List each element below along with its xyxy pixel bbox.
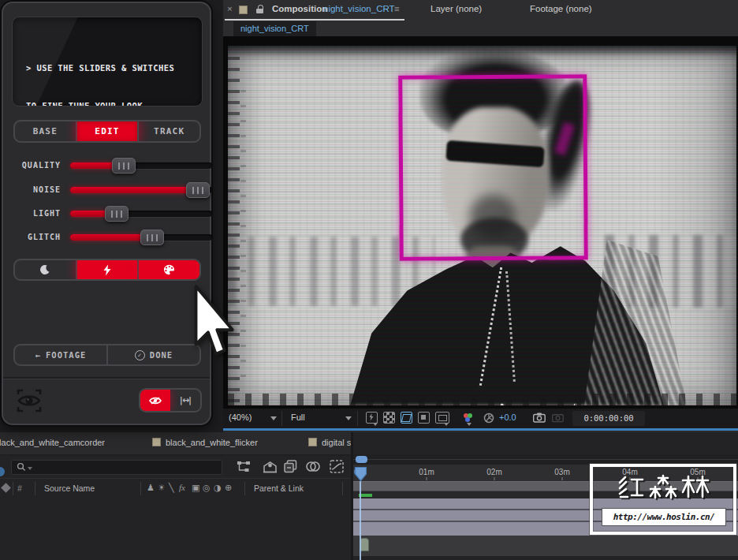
moon-icon xyxy=(39,264,50,275)
frame-blend-icon: ▣ xyxy=(192,483,199,493)
transparency-grid-icon[interactable] xyxy=(383,412,395,424)
composition-viewer[interactable] xyxy=(223,36,738,409)
timeline-column-header: # Source Name ♟ ☀ ╲ fx ▣ ◎ ◑ ⊕ Parent & … xyxy=(0,478,350,499)
fit-width-icon: |↔| xyxy=(180,395,191,405)
lightning-toggle[interactable] xyxy=(77,260,140,279)
view-layout-icon[interactable] xyxy=(435,412,449,424)
shy-layers-icon[interactable] xyxy=(284,460,297,476)
motion-blur-icon: ◎ xyxy=(203,483,211,493)
footage-button[interactable]: ← FOOTAGE xyxy=(15,345,108,364)
noise-slider-handle[interactable] xyxy=(186,182,210,198)
timecode-display[interactable]: 0:00:00:00 xyxy=(572,411,645,426)
lower-track-row xyxy=(353,536,738,556)
viewer-toolbar: (40%) Full +0.0 xyxy=(223,409,738,428)
timeline-search-row xyxy=(0,456,350,478)
playhead-line xyxy=(360,481,361,560)
search-input[interactable] xyxy=(11,460,222,475)
column-source-name[interactable]: Source Name xyxy=(44,483,95,493)
layer-twirl-diamond[interactable] xyxy=(1,483,11,493)
lock-icon[interactable] xyxy=(256,5,264,14)
viewer-subtab-bar: night_vision_CRT xyxy=(223,21,738,36)
tab-composition-label[interactable]: Composition xyxy=(272,4,327,13)
region-of-interest-icon[interactable] xyxy=(401,412,412,424)
exposure-icon[interactable] xyxy=(483,413,494,425)
quality-slider[interactable] xyxy=(70,162,212,169)
tab-layer[interactable]: Layer (none) xyxy=(430,4,482,13)
mouse-cursor xyxy=(192,284,236,361)
video-frame xyxy=(228,46,736,405)
display-line-1: > USE THE SLIDERS & SWITCHES xyxy=(26,62,174,74)
timecode-fragment xyxy=(0,467,5,476)
focused-panel-border xyxy=(223,428,738,431)
eye-toggle-on[interactable] xyxy=(140,390,170,411)
palette-icon xyxy=(163,264,175,275)
check-circle-icon: ✓ xyxy=(135,350,145,360)
glitch-slider[interactable] xyxy=(70,234,212,241)
done-button[interactable]: ✓ DONE xyxy=(108,345,199,364)
column-index[interactable]: # xyxy=(17,483,22,493)
resolution-dropdown[interactable]: Full xyxy=(291,413,305,422)
fit-width-toggle[interactable]: |↔| xyxy=(170,390,200,411)
graph-editor-icon[interactable] xyxy=(330,460,344,476)
plugin-panel: > USE THE SLIDERS & SWITCHES TO FINE TUN… xyxy=(2,2,211,425)
glitch-slider-handle[interactable] xyxy=(140,230,164,245)
tab-footage[interactable]: Footage (none) xyxy=(530,4,592,13)
collapse-icon: ☀ xyxy=(158,483,166,493)
comp-thumbnail-icon xyxy=(239,6,248,14)
navigator-start-handle[interactable] xyxy=(356,456,367,463)
magnification-dropdown[interactable]: (40%) xyxy=(229,413,252,422)
snapshot-camera-icon[interactable] xyxy=(533,413,546,424)
chevron-down-icon xyxy=(345,416,352,420)
playhead-handle[interactable] xyxy=(354,466,367,482)
tab-edit[interactable]: EDIT xyxy=(77,121,140,141)
fx-icon: fx xyxy=(179,483,185,492)
quality-slider-handle[interactable] xyxy=(112,158,136,174)
light-slider[interactable] xyxy=(70,211,212,217)
show-snapshot-icon[interactable] xyxy=(552,413,564,424)
light-slider-label: LIGHT xyxy=(13,209,61,218)
tab-comp[interactable]: black_and_white_flicker xyxy=(152,438,258,447)
quality-slider-label: QUALITY xyxy=(13,161,61,170)
fast-preview-icon[interactable] xyxy=(366,412,378,424)
exposure-value[interactable]: +0.0 xyxy=(499,413,516,422)
lightning-icon xyxy=(102,264,112,276)
draft-3d-icon[interactable] xyxy=(263,460,278,476)
timeline-section: black_and_white_camcorder black_and_whit… xyxy=(0,432,738,560)
ruler-label: 02m xyxy=(486,468,501,476)
ruler-label: 01m xyxy=(419,468,434,476)
plugin-display-screen: > USE THE SLIDERS & SWITCHES TO FINE TUN… xyxy=(12,17,203,106)
noise-slider-label: NOISE xyxy=(13,185,61,194)
ruler-label: 03m xyxy=(554,468,569,476)
display-line-2: TO FINE TUNE YOUR LOOK xyxy=(26,99,174,106)
active-tab-underline xyxy=(225,19,404,21)
close-icon[interactable]: × xyxy=(227,4,233,13)
quality-icon: ╲ xyxy=(169,483,174,493)
preview-mode-toggle: |↔| xyxy=(139,388,202,413)
channel-rgb-icon[interactable] xyxy=(464,413,475,423)
noise-slider[interactable] xyxy=(70,187,212,193)
tab-base[interactable]: BASE xyxy=(15,121,77,141)
subtab-composition[interactable]: night_vision_CRT xyxy=(233,21,316,36)
glitch-slider-label: GLITCH xyxy=(13,233,61,241)
panel-divider xyxy=(3,377,210,379)
effect-switches xyxy=(13,259,201,281)
panel-tab-bar: × Composition night_vision_CRT ≡ Layer (… xyxy=(223,0,738,21)
tab-composition-name[interactable]: night_vision_CRT xyxy=(323,4,395,13)
preview-eye-icon[interactable] xyxy=(16,388,43,416)
palette-toggle[interactable] xyxy=(139,260,199,279)
footer-buttons: ← FOOTAGE ✓ DONE xyxy=(13,344,201,366)
column-parent-link[interactable]: Parent & Link xyxy=(254,483,304,493)
mode-tabs: BASE EDIT TRACK xyxy=(13,120,201,143)
safe-margins-icon[interactable] xyxy=(418,412,430,424)
left-arrow-icon: ← xyxy=(35,350,41,360)
frame-blend-icon[interactable] xyxy=(306,461,321,476)
light-slider-handle[interactable] xyxy=(105,206,129,222)
panel-menu-icon[interactable]: ≡ xyxy=(394,4,400,13)
mini-flowchart-icon[interactable] xyxy=(237,461,251,476)
tab-track[interactable]: TRACK xyxy=(139,121,199,141)
moon-toggle[interactable] xyxy=(15,260,77,279)
tab-comp[interactable]: black_and_white_camcorder xyxy=(0,438,105,447)
watermark-url: http://www.hoslin.cn/ xyxy=(602,508,726,526)
threed-layer-icon: ⊕ xyxy=(225,483,232,493)
eye-icon xyxy=(149,396,162,405)
